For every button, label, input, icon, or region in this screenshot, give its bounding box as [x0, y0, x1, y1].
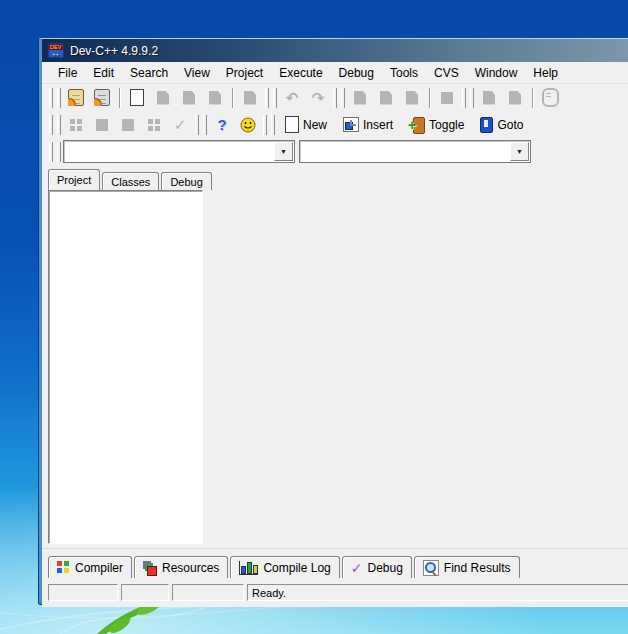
- insert-button-label: Insert: [363, 118, 393, 132]
- new-source-button[interactable]: [124, 86, 150, 110]
- menu-item-search[interactable]: Search: [122, 64, 176, 82]
- status-panel-3: [172, 584, 244, 601]
- toolbar-gripper[interactable]: [265, 88, 269, 108]
- check-icon: ✓: [174, 117, 187, 132]
- title-bar[interactable]: DEV ++ Dev-C++ 4.9.9.2: [42, 39, 628, 62]
- menu-item-window[interactable]: Window: [467, 64, 526, 82]
- status-message: Ready.: [252, 587, 286, 599]
- left-pane-tabs: Project Classes Debug: [42, 165, 628, 190]
- toolbar-main: ↶ ↷: [42, 84, 628, 111]
- new-project-button[interactable]: [63, 86, 89, 110]
- help-icon: ?: [217, 117, 226, 132]
- save-all-button: [176, 86, 202, 110]
- status-message-panel: Ready.: [247, 584, 628, 601]
- toolbar-gripper[interactable]: [341, 88, 345, 108]
- tab-debug-label: Debug: [170, 176, 202, 188]
- run-icon: [380, 91, 392, 105]
- new-class-icon: [70, 119, 82, 131]
- toolbar-gripper[interactable]: [263, 115, 267, 135]
- new-function-icon: [96, 119, 108, 131]
- toggle-bookmark-button[interactable]: + Toggle: [401, 113, 472, 137]
- toolbar-gripper[interactable]: [195, 115, 199, 135]
- undo-icon: ↶: [286, 90, 299, 105]
- toolbar-gripper[interactable]: [273, 88, 277, 108]
- toolbar-separator: [429, 88, 430, 108]
- menu-item-file[interactable]: File: [50, 64, 85, 82]
- insert-button[interactable]: Insert: [335, 113, 401, 137]
- toolbar-gripper[interactable]: [470, 88, 474, 108]
- resources-tab-icon: [143, 561, 157, 575]
- tab-debug[interactable]: Debug: [161, 172, 211, 190]
- save-icon: [157, 91, 169, 105]
- goto-button-label: Goto: [497, 118, 523, 132]
- save-all-icon: [183, 91, 195, 105]
- toolbar-gripper[interactable]: [49, 88, 53, 108]
- new-button[interactable]: New: [277, 113, 335, 137]
- compiler-tab-icon: [57, 561, 70, 574]
- about-button[interactable]: [235, 113, 261, 137]
- debug-tab-icon: ✓: [351, 561, 363, 575]
- menu-item-view[interactable]: View: [176, 64, 218, 82]
- status-bar: Ready.: [42, 578, 628, 607]
- menu-item-execute[interactable]: Execute: [271, 64, 330, 82]
- toggle-icon: +: [409, 117, 425, 133]
- status-panel-2: [121, 584, 169, 601]
- menu-item-tools[interactable]: Tools: [382, 64, 426, 82]
- toolbar-gripper[interactable]: [203, 115, 207, 135]
- bottom-tab-compile-log[interactable]: Compile Log: [230, 556, 339, 578]
- undo-button: ↶: [279, 86, 305, 110]
- open-project-button[interactable]: [89, 86, 115, 110]
- tab-classes-label: Classes: [111, 176, 150, 188]
- print-button: [237, 86, 263, 110]
- toolbar-combobox-2[interactable]: ▼: [299, 140, 531, 163]
- menu-item-edit[interactable]: Edit: [85, 64, 122, 82]
- compile-log-tab-icon: [239, 561, 258, 575]
- compile-and-run-button: [399, 86, 425, 110]
- run-button: [373, 86, 399, 110]
- goto-bookmark-button[interactable]: Goto: [472, 113, 531, 137]
- new-class-button: [63, 113, 89, 137]
- save-button: [150, 86, 176, 110]
- svg-text:++: ++: [52, 51, 60, 57]
- project-tree-panel[interactable]: [48, 190, 203, 544]
- toolbar-separator: [232, 88, 233, 108]
- toolbar-gripper[interactable]: [49, 115, 53, 135]
- chevron-down-icon: ▼: [280, 148, 287, 155]
- bottom-tab-find-results[interactable]: Find Results: [414, 556, 520, 578]
- toolbar-gripper[interactable]: [57, 142, 61, 162]
- toolbar-gripper[interactable]: [462, 88, 466, 108]
- toolbar-combobox-1[interactable]: ▼: [63, 140, 295, 163]
- rebuild-all-button: [434, 86, 460, 110]
- toolbar-specials: ✓ ? New Insert + Toggle Goto: [42, 111, 628, 138]
- window-title: Dev-C++ 4.9.9.2: [70, 44, 158, 58]
- status-panel-1: [48, 584, 118, 601]
- tab-classes[interactable]: Classes: [102, 172, 159, 190]
- toolbar-gripper[interactable]: [271, 115, 275, 135]
- combobox-1-dropdown-button[interactable]: ▼: [274, 142, 293, 161]
- goto-icon: [480, 117, 493, 133]
- menu-item-debug[interactable]: Debug: [331, 64, 382, 82]
- resources-tab-label: Resources: [162, 561, 219, 575]
- profile-button: [502, 86, 528, 110]
- toolbar-gripper[interactable]: [49, 142, 53, 162]
- combobox-2-dropdown-button[interactable]: ▼: [510, 142, 529, 161]
- toolbar-gripper[interactable]: [57, 88, 61, 108]
- toolbar-gripper[interactable]: [57, 115, 61, 135]
- redo-icon: ↷: [312, 90, 325, 105]
- abort-button: [537, 86, 563, 110]
- app-icon: DEV ++: [48, 43, 64, 58]
- new-source-icon: [130, 89, 144, 106]
- bottom-tab-compiler[interactable]: Compiler: [48, 556, 132, 578]
- toggle-button-label: Toggle: [429, 118, 464, 132]
- new-project-icon: [68, 89, 84, 106]
- close-file-icon: [209, 91, 221, 105]
- tab-project[interactable]: Project: [48, 169, 100, 190]
- bottom-tab-resources[interactable]: Resources: [134, 556, 228, 578]
- menu-item-cvs[interactable]: CVS: [426, 64, 467, 82]
- bottom-tab-debug[interactable]: ✓ Debug: [342, 556, 412, 578]
- menu-item-project[interactable]: Project: [218, 64, 271, 82]
- menu-item-help[interactable]: Help: [525, 64, 566, 82]
- help-button[interactable]: ?: [209, 113, 235, 137]
- new-button-label: New: [303, 118, 327, 132]
- toolbar-gripper[interactable]: [333, 88, 337, 108]
